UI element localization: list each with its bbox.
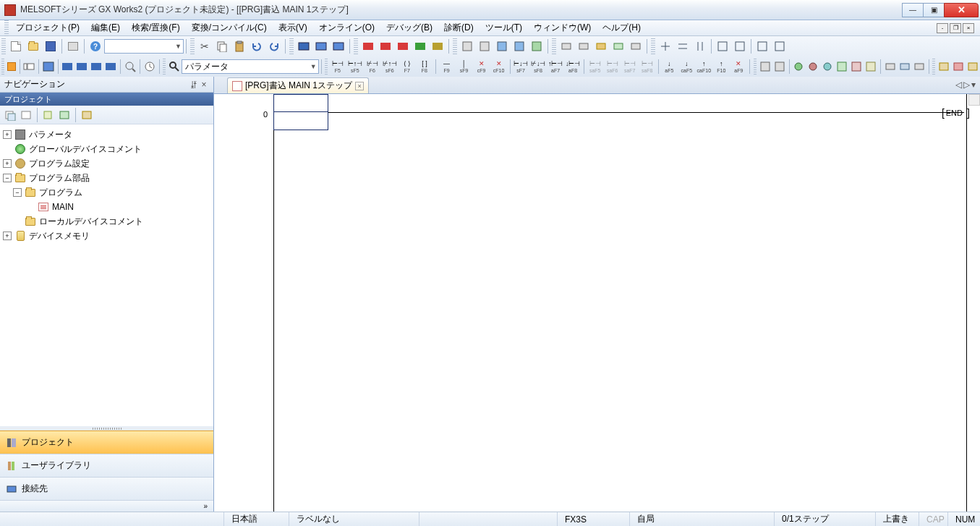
misc-button-8[interactable] — [864, 59, 877, 75]
ladder-af8-button[interactable]: ↓⊢⊣aF8 — [565, 59, 581, 75]
menu-tool[interactable]: ツール(T) — [480, 20, 528, 35]
monitor-button-1[interactable] — [360, 38, 376, 54]
menu-help[interactable]: ヘルプ(H) — [597, 20, 647, 35]
view-button-2[interactable] — [42, 59, 55, 75]
ladder-sf6-button[interactable]: ⊬↑⊣sF6 — [382, 59, 398, 75]
monitor-button-5[interactable] — [430, 38, 446, 54]
plc-button-4[interactable] — [511, 38, 527, 54]
clock-button[interactable] — [143, 59, 156, 75]
menu-search[interactable]: 検索/置換(F) — [126, 20, 186, 35]
misc-button-11[interactable] — [913, 59, 926, 75]
zoom-button[interactable] — [124, 59, 137, 75]
ladder-af9-button[interactable]: ✕aF9 — [730, 59, 746, 75]
dev-icon-1[interactable] — [61, 59, 74, 75]
misc-button-3[interactable] — [792, 59, 805, 75]
tree-node-main[interactable]: MAIN — [0, 200, 213, 214]
tool-button-5[interactable] — [628, 38, 644, 54]
tab-next-button[interactable]: ▷ — [963, 80, 970, 90]
plc-button-2[interactable] — [477, 38, 493, 54]
misc-button-1[interactable] — [759, 59, 772, 75]
pin-icon[interactable]: ⭿ — [189, 80, 199, 90]
layout-button-6[interactable] — [754, 38, 770, 54]
close-button[interactable]: ✕ — [944, 3, 979, 17]
nav-tb-icon-5[interactable] — [80, 108, 94, 122]
toolbar-combo-1[interactable]: ▼ — [104, 39, 184, 54]
cut-button[interactable]: ✂ — [197, 38, 213, 54]
ladder-saf7-button[interactable]: ⊢⊣saF7 — [622, 59, 638, 75]
plc-button-5[interactable] — [529, 38, 545, 54]
tool-button-3[interactable] — [593, 38, 609, 54]
nav-btn-connect[interactable]: 接続先 — [0, 477, 213, 500]
dev-icon-4[interactable] — [104, 59, 117, 75]
paste-button[interactable] — [231, 38, 247, 54]
view-button-1[interactable] — [22, 59, 35, 75]
misc-button-4[interactable] — [806, 59, 819, 75]
editor-tab-main[interactable]: [PRG]書込 MAIN 1ステップ × — [227, 77, 369, 93]
tree-node-psetting[interactable]: +プログラム設定 — [0, 156, 213, 171]
menu-view[interactable]: 表示(V) — [273, 20, 313, 35]
ladder-f9-button[interactable]: —F9 — [439, 59, 455, 75]
layout-button-5[interactable] — [732, 38, 748, 54]
ladder-saf6-button[interactable]: ⊢⊣saF6 — [605, 59, 621, 75]
ladder-caf10-button[interactable]: ↑caF10 — [696, 59, 712, 75]
menu-edit[interactable]: 編集(E) — [85, 20, 126, 35]
help-button[interactable]: ? — [88, 38, 103, 54]
nav-toggle-button[interactable] — [7, 59, 17, 75]
open-button[interactable] — [25, 38, 41, 54]
mdi-restore-button[interactable]: ❐ — [950, 23, 961, 33]
layout-button-2[interactable] — [675, 38, 691, 54]
nav-tb-icon-4[interactable] — [57, 108, 72, 122]
nav-btn-userlib[interactable]: ユーザライブラリ — [0, 454, 213, 477]
search-combo[interactable]: パラメータ▼ — [182, 59, 319, 74]
ladder-sf5-button[interactable]: ⊢↑⊣sF5 — [347, 59, 363, 75]
ladder-f6-button[interactable]: ⊬⊣F6 — [365, 59, 380, 75]
ladder-cell-selected[interactable] — [273, 94, 328, 130]
ladder-cf10-button[interactable]: ✕cF10 — [491, 59, 507, 75]
ladder-f7-button[interactable]: ⟨ ⟩F7 — [399, 59, 415, 75]
menu-debug[interactable]: デバッグ(B) — [380, 20, 438, 35]
ladder-saf5-button[interactable]: ⊢⊣saF5 — [587, 59, 603, 75]
misc-button-10[interactable] — [898, 59, 911, 75]
mdi-minimize-button[interactable]: - — [937, 23, 948, 33]
end-button-1[interactable] — [937, 59, 950, 75]
tab-prev-button[interactable]: ◁ — [955, 80, 962, 90]
tab-close-icon[interactable]: × — [355, 82, 364, 90]
misc-button-5[interactable] — [821, 59, 834, 75]
ladder-f8-button[interactable]: [ ]F8 — [417, 59, 433, 75]
tree-node-gcomment[interactable]: グローバルデバイスコメント — [0, 142, 213, 156]
monitor-button-2[interactable] — [378, 38, 393, 54]
menu-project[interactable]: プロジェクト(P) — [10, 20, 85, 35]
undo-button[interactable] — [249, 38, 265, 54]
plc-button-3[interactable] — [494, 38, 510, 54]
ladder-f10-button[interactable]: ↑F10 — [713, 59, 729, 75]
ladder-cf9-button[interactable]: ✕cF9 — [474, 59, 490, 75]
layout-button-4[interactable] — [715, 38, 730, 54]
tree-node-devmem[interactable]: +デバイスメモリ — [0, 229, 213, 243]
monitor-button-4[interactable] — [412, 38, 428, 54]
ladder-sf7-button[interactable]: ⊢↓⊣sF7 — [513, 59, 529, 75]
monitor-button-3[interactable] — [395, 38, 411, 54]
nav-btn-project[interactable]: プロジェクト — [0, 430, 213, 454]
mdi-close-button[interactable]: × — [963, 23, 974, 33]
dev-button-2[interactable] — [313, 38, 329, 54]
dev-button-3[interactable] — [331, 38, 346, 54]
plc-button-1[interactable] — [459, 38, 475, 54]
tree-node-pparts[interactable]: −プログラム部品 — [0, 171, 213, 185]
ladder-sf9-button[interactable]: │sF9 — [456, 59, 472, 75]
tree-node-param[interactable]: +パラメータ — [0, 127, 213, 142]
ladder-editor[interactable]: 0 [END ] — [214, 94, 980, 512]
tool-button-4[interactable] — [610, 38, 626, 54]
new-button[interactable] — [8, 38, 24, 54]
print-button[interactable] — [65, 38, 81, 54]
dev-icon-3[interactable] — [90, 59, 103, 75]
nav-tb-icon-3[interactable] — [41, 108, 56, 122]
ladder-saf8-button[interactable]: ⊢⊣saF8 — [639, 59, 655, 75]
layout-button-1[interactable] — [657, 38, 673, 54]
nav-more-button[interactable]: » — [0, 500, 213, 512]
dev-button-1[interactable] — [296, 38, 312, 54]
dev-icon-2[interactable] — [75, 59, 88, 75]
misc-button-7[interactable] — [850, 59, 863, 75]
misc-button-9[interactable] — [884, 59, 897, 75]
find-button[interactable] — [168, 59, 181, 75]
menu-diag[interactable]: 診断(D) — [438, 20, 480, 35]
